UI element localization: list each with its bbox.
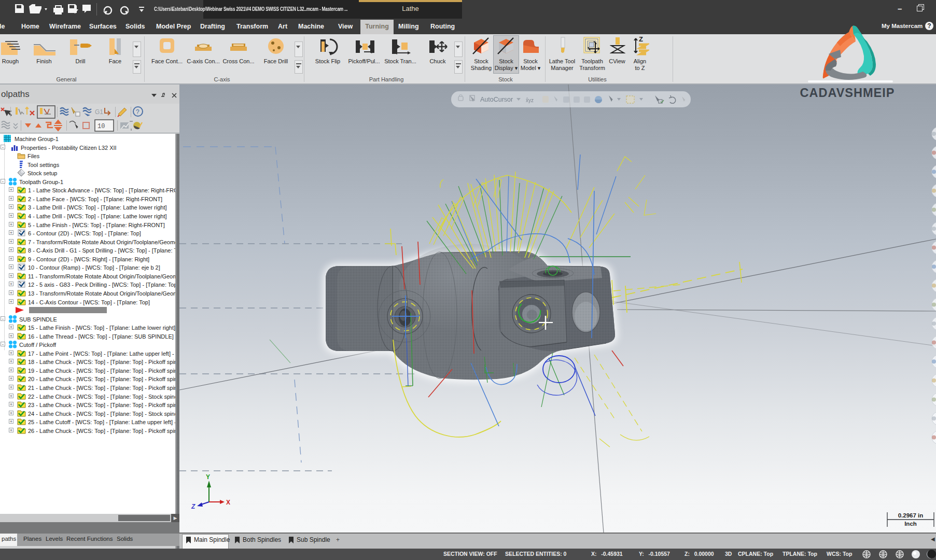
svg-text:Y: Y: [206, 473, 210, 481]
svg-text:Z: Z: [639, 35, 643, 43]
svg-text:AutoCursor: AutoCursor: [480, 96, 513, 103]
svg-text:Inch: Inch: [904, 521, 917, 527]
svg-text:Z: Z: [191, 503, 195, 510]
svg-text:x̂yz: x̂yz: [526, 97, 534, 103]
svg-text:X: X: [226, 499, 230, 506]
svg-text:CADAVSHMEIP: CADAVSHMEIP: [800, 86, 895, 100]
svg-text:0.2967 in: 0.2967 in: [898, 512, 924, 519]
